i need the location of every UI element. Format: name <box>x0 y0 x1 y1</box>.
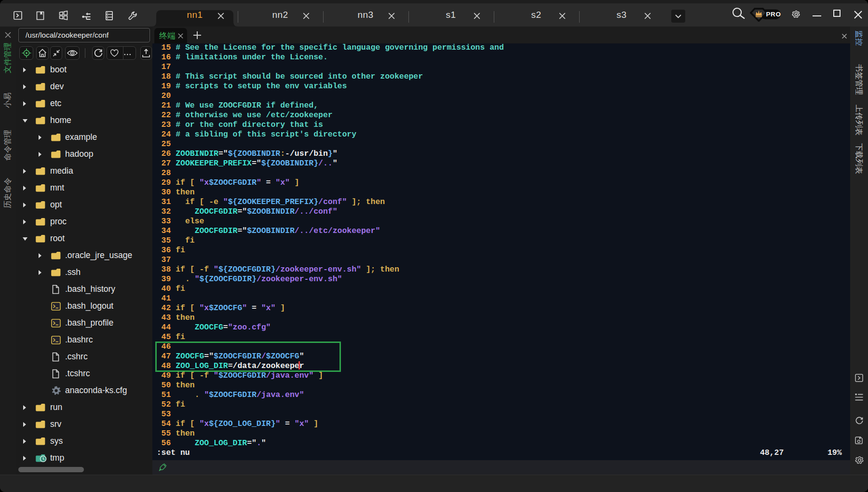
svg-text:PRO: PRO <box>766 11 781 18</box>
